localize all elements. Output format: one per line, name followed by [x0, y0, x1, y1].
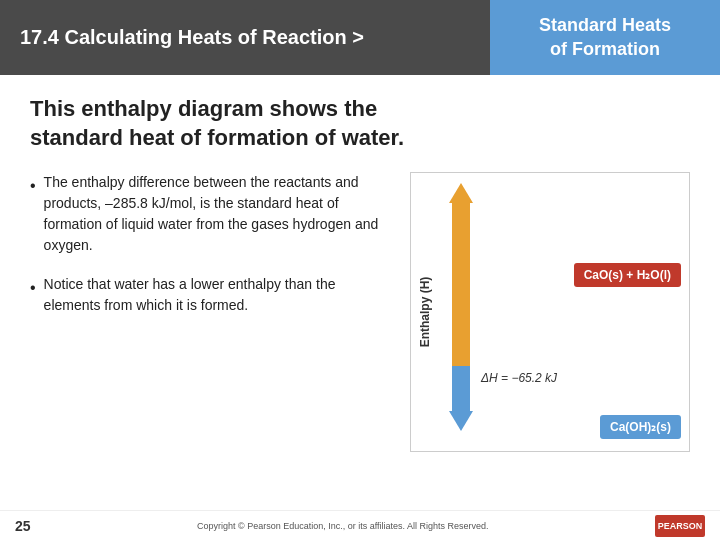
arrow-up-head [449, 183, 473, 203]
list-item: • The enthalpy difference between the re… [30, 172, 390, 256]
copyright-text: Copyright © Pearson Education, Inc., or … [197, 521, 489, 531]
main-content: This enthalpy diagram shows the standard… [0, 75, 720, 462]
section-title-text: Standard Heats of Formation [539, 14, 671, 61]
delta-h-text: ΔH = −65.2 kJ [481, 371, 557, 385]
arrow-up-body [452, 203, 470, 368]
enthalpy-diagram: Enthalpy (H) CaO(s) + H₂O(l) [410, 172, 690, 452]
enthalpy-axis-label: Enthalpy (H) [418, 277, 432, 348]
bullet-text-1: The enthalpy difference between the reac… [44, 172, 390, 256]
pearson-logo: PEARSON [655, 515, 705, 537]
breadcrumb: 17.4 Calculating Heats of Reaction > [0, 0, 490, 75]
section-title: Standard Heats of Formation [490, 0, 720, 75]
bullet-icon: • [30, 174, 36, 256]
page-subtitle: This enthalpy diagram shows the standard… [30, 95, 690, 152]
products-label: Ca(OH)₂(s) [610, 420, 671, 434]
page-number: 25 [15, 518, 31, 534]
bullet-text-2: Notice that water has a lower enthalpy t… [44, 274, 390, 316]
page-header: 17.4 Calculating Heats of Reaction > Sta… [0, 0, 720, 75]
list-item: • Notice that water has a lower enthalpy… [30, 274, 390, 316]
products-box: Ca(OH)₂(s) [600, 415, 681, 439]
reactants-box: CaO(s) + H₂O(l) [574, 263, 681, 287]
arrow-down-head [449, 411, 473, 431]
enthalpy-axis-label-wrap: Enthalpy (H) [411, 173, 439, 451]
arrow-up-icon [446, 183, 476, 368]
delta-h-label: ΔH = −65.2 kJ [481, 371, 557, 385]
subtitle-text: This enthalpy diagram shows the standard… [30, 96, 404, 150]
bullet-icon: • [30, 276, 36, 316]
breadcrumb-text: 17.4 Calculating Heats of Reaction > [20, 26, 364, 49]
pearson-logo-text: PEARSON [658, 521, 703, 531]
arrow-down-body [452, 366, 470, 411]
arrow-down-icon [446, 366, 476, 431]
bullet-section: • The enthalpy difference between the re… [30, 172, 390, 334]
page-footer: 25 Copyright © Pearson Education, Inc., … [0, 510, 720, 540]
reactants-label: CaO(s) + H₂O(l) [584, 268, 671, 282]
diagram-inner: Enthalpy (H) CaO(s) + H₂O(l) [411, 173, 689, 451]
content-area: • The enthalpy difference between the re… [30, 172, 690, 452]
